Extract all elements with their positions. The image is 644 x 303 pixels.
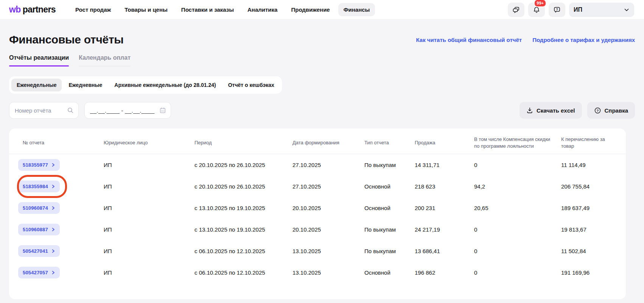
cell-sale: 218 623 <box>415 183 474 190</box>
download-excel-label: Скачать excel <box>537 107 575 114</box>
nav-item-analytics[interactable]: Аналитика <box>242 3 283 16</box>
help-links: Как читать общий финансовый отчёт Подроб… <box>416 37 635 43</box>
toolbar: Скачать excel ? Справка <box>9 102 635 119</box>
logo-partners: partners <box>23 5 56 15</box>
cell-sale: 24 217,19 <box>415 226 474 233</box>
chat-button[interactable] <box>508 3 524 17</box>
col-header-period: Период <box>194 139 292 146</box>
report-id-pill[interactable]: 518355977 <box>18 159 60 171</box>
report-id: 510960887 <box>23 227 48 232</box>
main-navigation: Рост продаж Товары и цены Поставки и зак… <box>70 3 375 16</box>
date-range-picker <box>84 102 171 119</box>
cell-report-type: По выкупам <box>364 162 415 168</box>
nav-item-supplies-orders[interactable]: Поставки и заказы <box>176 3 239 16</box>
svg-text:?: ? <box>556 8 558 11</box>
report-id-pill[interactable]: 505427057 <box>18 267 60 278</box>
link-tariffs-deductions[interactable]: Подробнее о тарифах и удержаниях <box>532 37 635 43</box>
chat-icon <box>512 6 520 14</box>
report-id: 510960874 <box>23 205 48 211</box>
cell-formation-date: 13.10.2025 <box>292 269 364 276</box>
notification-badge: 99+ <box>534 0 546 7</box>
help-bubble-icon: ? <box>553 6 561 14</box>
cell-formation-date: 13.10.2025 <box>292 248 364 254</box>
chevron-down-icon <box>624 7 630 13</box>
cell-transfer-for-goods: 191 169,96 <box>561 269 618 276</box>
chip-cashback-report[interactable]: Отчёт о кешбэках <box>223 79 280 91</box>
nav-item-goods-prices[interactable]: Товары и цены <box>119 3 173 16</box>
cell-transfer-for-goods: 19 813,67 <box>561 226 618 233</box>
nav-item-sales-growth[interactable]: Рост продаж <box>70 3 116 16</box>
cell-sale: 196 862 <box>415 269 474 276</box>
cell-formation-date: 20.10.2025 <box>292 205 364 211</box>
cell-formation-date: 27.10.2025 <box>292 183 364 190</box>
cell-transfer-for-goods: 11 114,49 <box>561 162 618 168</box>
table-row: 505427041 ИП с 06.10.2025 по 12.10.2025 … <box>9 240 626 262</box>
col-header-loyalty-compensation: В том числе Компенсация скидки по програ… <box>474 136 561 149</box>
report-id: 518355977 <box>23 162 48 168</box>
report-id-pill[interactable]: 510960874 <box>18 202 60 214</box>
nav-item-finances[interactable]: Финансы <box>338 3 375 16</box>
cell-period: с 06.10.2025 по 12.10.2025 <box>194 248 292 254</box>
wb-partners-logo[interactable]: wbpartners <box>9 5 56 15</box>
table-row: 510960887 ИП с 13.10.2025 по 19.10.2025 … <box>9 219 626 240</box>
tab-realization-reports[interactable]: Отчёты реализации <box>9 54 69 66</box>
table-row: 518355984 ИП с 20.10.2025 по 26.10.2025 … <box>9 176 626 197</box>
calendar-icon[interactable] <box>159 107 166 114</box>
cell-period: с 20.10.2025 по 26.10.2025 <box>194 162 292 168</box>
cell-legal-entity: ИП <box>104 162 194 168</box>
question-circle-icon: ? <box>594 107 601 114</box>
col-header-report-type: Тип отчета <box>364 139 415 146</box>
report-id-pill[interactable]: 510960887 <box>18 224 60 235</box>
nav-item-promotion[interactable]: Продвижение <box>286 3 335 16</box>
chip-weekly[interactable]: Еженедельные <box>11 79 62 91</box>
logo-wb: wb <box>9 5 21 15</box>
report-id-pill[interactable]: 518355984 <box>18 181 60 192</box>
report-number-search <box>9 102 79 119</box>
col-header-report-number: № отчета <box>23 139 104 146</box>
section-tabs: Отчёты реализации Календарь оплат <box>9 54 635 66</box>
svg-text:?: ? <box>596 108 599 112</box>
report-id: 505427057 <box>23 270 48 275</box>
help-label: Справка <box>605 107 628 114</box>
cell-report-type: Основной <box>364 183 415 190</box>
cell-transfer-for-goods: 189 637,49 <box>561 205 618 211</box>
cell-transfer-for-goods: 11 502,84 <box>561 248 618 254</box>
cell-legal-entity: ИП <box>104 205 194 211</box>
table-row: 518355977 ИП с 20.10.2025 по 26.10.2025 … <box>9 154 626 176</box>
chevron-right-icon <box>51 206 55 210</box>
cell-formation-date: 27.10.2025 <box>292 162 364 168</box>
cell-loyalty-compensation: 0 <box>474 248 561 254</box>
cell-loyalty-compensation: 94,2 <box>474 183 561 190</box>
report-id-pill[interactable]: 505427041 <box>18 245 60 257</box>
cell-report-type: По выкупам <box>364 226 415 233</box>
cell-sale: 14 311,71 <box>415 162 474 168</box>
search-input[interactable] <box>14 107 64 114</box>
report-id: 505427041 <box>23 248 48 254</box>
table-row: 510960874 ИП с 13.10.2025 по 19.10.2025 … <box>9 197 626 219</box>
cell-legal-entity: ИП <box>104 226 194 233</box>
table-row: 505427057 ИП с 06.10.2025 по 12.10.2025 … <box>9 262 626 283</box>
support-button[interactable]: ? <box>549 3 565 17</box>
col-header-legal-entity: Юридическое лицо <box>104 139 194 146</box>
chip-archive-weekly[interactable]: Архивные еженедельные (до 28.01.24) <box>109 79 221 91</box>
col-header-formation-date: Дата формирования <box>292 139 364 146</box>
date-range-input[interactable] <box>89 107 156 114</box>
download-excel-button[interactable]: Скачать excel <box>520 102 582 119</box>
tab-payment-calendar[interactable]: Календарь оплат <box>79 54 131 66</box>
cell-formation-date: 20.10.2025 <box>292 226 364 233</box>
top-bar: wbpartners Рост продаж Товары и цены Пос… <box>0 0 644 20</box>
account-selector[interactable]: ИП <box>569 3 634 17</box>
chevron-right-icon <box>51 184 55 189</box>
cell-loyalty-compensation: 20,65 <box>474 205 561 211</box>
cell-period: с 06.10.2025 по 12.10.2025 <box>194 269 292 276</box>
notifications-button[interactable]: 99+ <box>528 3 545 17</box>
cell-loyalty-compensation: 0 <box>474 226 561 233</box>
chip-daily[interactable]: Ежедневные <box>63 79 107 91</box>
cell-report-type: Основной <box>364 205 415 211</box>
report-type-filter: Еженедельные Ежедневные Архивные еженеде… <box>9 76 282 94</box>
help-button[interactable]: ? Справка <box>587 102 635 119</box>
reports-table: № отчета Юридическое лицо Период Дата фо… <box>9 128 626 299</box>
cell-sale: 13 686,41 <box>415 248 474 254</box>
link-how-to-read-report[interactable]: Как читать общий финансовый отчёт <box>416 37 522 43</box>
chevron-right-icon <box>51 271 55 275</box>
